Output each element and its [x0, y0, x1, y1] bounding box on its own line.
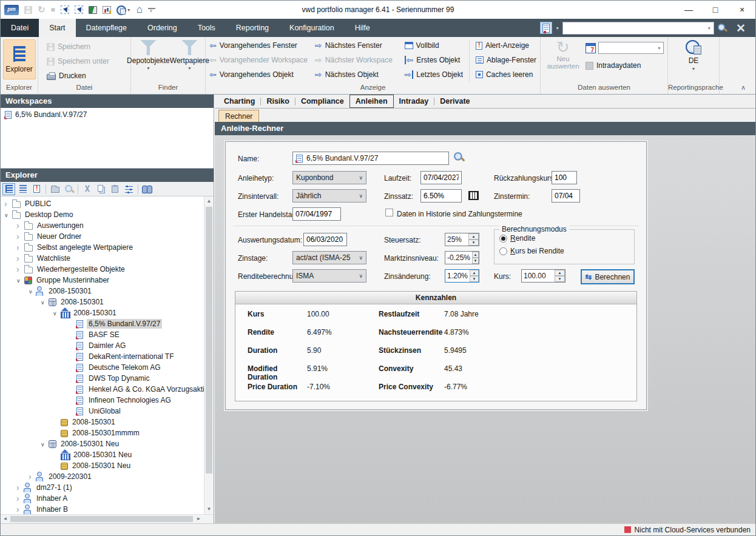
tree-item[interactable]: Henkel AG & Co. KGaA Vorzugsaktien: [1, 384, 214, 395]
tree-item[interactable]: 2008-150301 Neu: [1, 449, 214, 460]
chevron-down-icon[interactable]: ▼: [555, 26, 559, 30]
search-icon[interactable]: [717, 23, 727, 33]
clear-caches-button[interactable]: Caches leeren: [472, 67, 540, 82]
scroll-up-icon[interactable]: ▲: [204, 196, 214, 206]
close-button[interactable]: ×: [729, 1, 755, 19]
spin-up-icon[interactable]: ▲: [470, 270, 479, 276]
menu-tab-start[interactable]: Start: [39, 19, 75, 37]
tab-derivate[interactable]: Derivate: [434, 95, 475, 107]
expander-icon[interactable]: [29, 286, 35, 297]
expander-icon[interactable]: [16, 242, 23, 253]
home-icon[interactable]: [137, 4, 143, 16]
spin-up-icon[interactable]: ▲: [555, 270, 565, 276]
tree-item[interactable]: Desktop Demo: [1, 209, 214, 220]
explorer-button[interactable]: Explorer: [3, 39, 36, 79]
search-button[interactable]: [62, 183, 75, 195]
wertpapiere-button[interactable]: Wertpapiere ▼: [170, 37, 209, 84]
laufzeit-input[interactable]: [420, 171, 462, 184]
expander-icon[interactable]: [4, 209, 11, 221]
search-security-icon[interactable]: [453, 152, 464, 162]
rate-table-icon[interactable]: [468, 191, 479, 200]
tree-item[interactable]: Wiederhergestellte Objekte: [1, 264, 214, 275]
berechnen-button[interactable]: ⇆ Berechnen: [581, 269, 635, 284]
chevron-down-icon[interactable]: ▼: [692, 67, 696, 71]
expander-icon[interactable]: [16, 253, 23, 264]
tree-item[interactable]: DWS Top Dynamic: [1, 373, 214, 384]
intraday-checkbox[interactable]: [586, 62, 593, 70]
tree-item[interactable]: 2008-150301 Neu: [1, 438, 214, 449]
stop-icon[interactable]: [51, 5, 55, 14]
tree-item[interactable]: 2009-220301: [1, 471, 214, 482]
expander-icon[interactable]: [53, 307, 59, 319]
clipboard-window-button[interactable]: Ablage-Fenster: [472, 53, 540, 67]
marktzinsniveau-spinner[interactable]: -0.25% ▲▼: [445, 251, 479, 264]
kurs-spinner[interactable]: 100.00 ▲▼: [521, 269, 565, 283]
zinstermin-input[interactable]: [552, 189, 580, 203]
tree-item-selected[interactable]: 6,5% Bundanl.V.97/27: [1, 318, 214, 329]
filter-settings-button[interactable]: [123, 183, 135, 195]
expander-icon[interactable]: [41, 296, 47, 308]
menu-tab-konfiguration[interactable]: Konfiguration: [279, 19, 345, 37]
rueckzahlungskurs-input[interactable]: [552, 171, 577, 184]
radio-button-icon[interactable]: [499, 235, 507, 243]
spin-down-icon[interactable]: ▼: [555, 276, 565, 282]
expander-icon[interactable]: [16, 504, 23, 515]
tree-item[interactable]: BASF SE: [1, 329, 214, 340]
scrollbar-thumb[interactable]: [206, 207, 212, 474]
collapse-ribbon-icon[interactable]: ∧: [741, 84, 746, 92]
alert-display-button[interactable]: Alert-Anzeige: [472, 38, 540, 53]
erster-handelstag-input[interactable]: [292, 207, 341, 221]
spin-down-icon[interactable]: ▼: [472, 258, 479, 264]
zinssatz-input[interactable]: [420, 189, 462, 203]
next-window-button[interactable]: ⇨ Nächstes Fenster: [311, 38, 401, 53]
spin-down-icon[interactable]: ▼: [468, 240, 479, 246]
report-book-icon[interactable]: [89, 6, 97, 14]
tab-risiko[interactable]: Risiko: [261, 95, 295, 107]
expander-icon[interactable]: [16, 231, 23, 243]
scroll-left-icon[interactable]: ◄: [1, 515, 10, 523]
radio-rendite[interactable]: Rendite: [499, 234, 634, 243]
auswertungsdatum-input[interactable]: [303, 233, 347, 246]
expander-icon[interactable]: [29, 471, 35, 483]
scrollbar-thumb[interactable]: [10, 516, 193, 522]
chart-flag-icon[interactable]: [103, 6, 111, 14]
save-icon[interactable]: [24, 6, 32, 14]
anleihetyp-select[interactable]: Kuponbond ∨: [292, 171, 366, 184]
find-button[interactable]: [141, 183, 154, 195]
tree-item[interactable]: PUBLIC: [1, 198, 214, 209]
last-object-button[interactable]: ⇨ Letztes Objekt: [401, 67, 467, 82]
tree-item[interactable]: 2008-150301: [1, 286, 214, 296]
menu-tab-tools[interactable]: Tools: [187, 19, 226, 37]
dropdown-arrow-icon[interactable]: ▼: [127, 8, 131, 12]
prev-window-button[interactable]: ⇦ Vorangehendes Fenster: [206, 38, 311, 53]
menu-tab-ordering[interactable]: Ordering: [137, 19, 187, 37]
tree-item[interactable]: dm27-1 (1): [1, 482, 214, 493]
spin-up-icon[interactable]: ▲: [468, 233, 479, 240]
next-object-button[interactable]: ⇨ Nächstes Objekt: [311, 67, 401, 82]
chevron-down-icon[interactable]: ▼: [707, 26, 711, 30]
tree-item[interactable]: Infineon Technologies AG: [1, 395, 214, 406]
click-mode-icon[interactable]: [61, 5, 69, 14]
spin-down-icon[interactable]: ▼: [470, 276, 479, 282]
workspace-document-icon[interactable]: [540, 22, 552, 34]
scroll-right-icon[interactable]: ►: [194, 515, 203, 523]
list-view-button[interactable]: [16, 183, 29, 195]
menu-tab-reporting[interactable]: Reporting: [226, 19, 279, 37]
menu-tab-hilfe[interactable]: Hilfe: [345, 19, 380, 37]
next-workspace-button[interactable]: ⇨ Nächster Workspace: [311, 53, 401, 67]
redo-icon[interactable]: [38, 4, 46, 15]
tree-item[interactable]: DekaRent-international TF: [1, 351, 214, 362]
vertical-scrollbar[interactable]: ▲ ▼: [204, 196, 214, 514]
prev-workspace-button[interactable]: ⇦ Vorangehender Workspace: [206, 53, 311, 67]
save-as-button[interactable]: Speichern unter: [43, 54, 130, 69]
expander-icon[interactable]: [16, 482, 23, 494]
expander-icon[interactable]: [16, 493, 23, 504]
tree-item[interactable]: Selbst angelegte Wertpapiere: [1, 242, 214, 253]
workspace-item[interactable]: 6,5% Bundanl.V.97/27: [1, 108, 214, 121]
historie-checkbox[interactable]: [385, 209, 393, 216]
tree-item[interactable]: 2008-150301: [1, 307, 214, 318]
reporting-language-button[interactable]: DE: [689, 56, 699, 65]
tree-item[interactable]: 2008-150301 Neu: [1, 460, 214, 471]
copy-button[interactable]: [95, 183, 107, 195]
steuersatz-spinner[interactable]: 25% ▲▼: [445, 233, 479, 246]
